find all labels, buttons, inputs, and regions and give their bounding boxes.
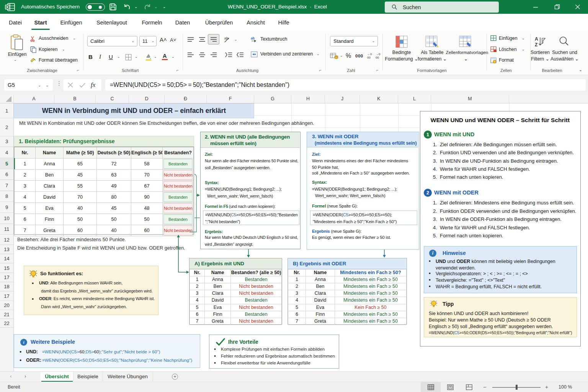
svg-text:00: 00 [367,56,371,59]
svg-text:←0: ←0 [367,52,372,56]
svg-text:→0: →0 [376,52,381,56]
svg-text:ab: ab [224,36,228,40]
svg-text:A: A [535,36,538,42]
svg-text:Z: Z [535,42,537,47]
svg-text:00: 00 [376,56,379,59]
svg-text:ab: ab [251,36,255,40]
